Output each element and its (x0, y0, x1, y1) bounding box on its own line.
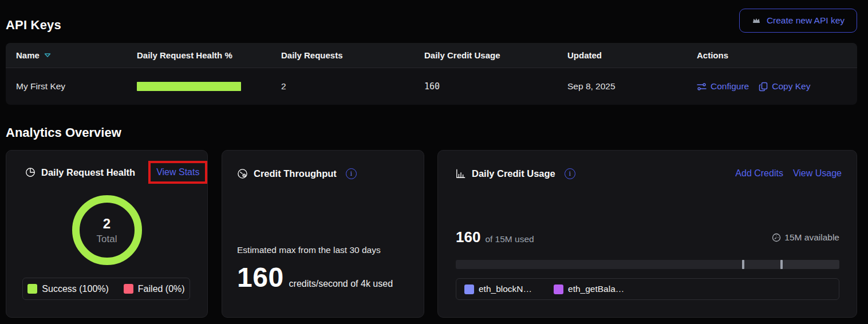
column-header-name-label: Name (16, 50, 40, 60)
pie-chart-icon (25, 167, 35, 177)
credit-throughput-header: Credit Throughput i (237, 167, 412, 180)
daily-request-health-title: Daily Request Health (41, 167, 135, 178)
daily-credit-usage-cell: 160 (424, 81, 567, 92)
throughput-value-suffix: credits/second of 4k used (289, 279, 393, 289)
key-name-cell: My First Key (16, 81, 137, 92)
eth-getbalance-swatch (554, 285, 563, 294)
legend-item-failed: Failed (0%) (124, 284, 185, 294)
failed-swatch (124, 284, 133, 294)
page-title: API Keys (6, 18, 61, 33)
throughput-value: 160 (237, 264, 284, 291)
configure-button[interactable]: Configure (697, 81, 749, 92)
health-bar-cell (137, 82, 281, 91)
throughput-subtitle: Estimated max from the last 30 days (237, 245, 381, 255)
view-usage-link[interactable]: View Usage (793, 168, 842, 179)
daily-credit-usage-title: Daily Credit Usage (472, 168, 555, 179)
credits-available: 15M available (772, 232, 839, 243)
donut-total-value: 2 (103, 216, 111, 232)
eth-blocknumber-label: eth_blockN… (479, 284, 532, 294)
legend-item-success: Success (100%) (27, 284, 109, 294)
donut-total-label: Total (97, 234, 117, 245)
progress-segment-end (780, 260, 839, 269)
progress-segment-mid (742, 260, 780, 269)
progress-marker-2 (780, 260, 783, 269)
column-header-actions: Actions (697, 50, 857, 60)
legend-item-eth-getbalance: eth_getBala… (554, 284, 624, 294)
legend-item-eth-blocknumber: eth_blockN… (464, 284, 532, 294)
credit-throughput-title: Credit Throughput (254, 168, 337, 179)
success-swatch (27, 284, 37, 294)
daily-request-health-header: Daily Request Health View Stats (25, 160, 199, 185)
usage-stats-row: 160 of 15M used 15M available (456, 228, 839, 246)
success-label: Success (100%) (42, 284, 109, 294)
column-header-name[interactable]: Name (16, 50, 137, 60)
failed-label: Failed (0%) (138, 284, 185, 294)
request-health-legend: Success (100%) Failed (0%) (22, 278, 190, 300)
credits-available-label: 15M available (784, 232, 839, 243)
eth-getbalance-label: eth_getBala… (568, 284, 624, 294)
copy-icon (759, 82, 768, 92)
throughput-value-row: 160 credits/second of 4k used (237, 264, 393, 291)
progress-marker-1 (742, 260, 744, 269)
health-bar (137, 82, 241, 91)
daily-requests-cell: 2 (281, 81, 424, 92)
table-header-row: Name Daily Request Health % Daily Reques… (6, 43, 857, 68)
sort-chevron-icon[interactable] (44, 53, 51, 58)
api-keys-table: Name Daily Request Health % Daily Reques… (6, 43, 857, 105)
daily-request-health-card: Daily Request Health View Stats 2 Total … (6, 150, 208, 318)
credit-usage-progress-bar (456, 260, 839, 269)
request-health-donut-chart: 2 Total (72, 195, 142, 265)
credit-throughput-card: Credit Throughput i Estimated max from t… (222, 150, 424, 318)
copy-key-label: Copy Key (772, 81, 810, 92)
copy-key-button[interactable]: Copy Key (759, 81, 810, 92)
credits-used-value: 160 (456, 228, 480, 246)
create-api-key-button[interactable]: Create new API key (739, 9, 857, 33)
eth-blocknumber-swatch (464, 285, 474, 294)
actions-cell: Configure Copy Key (697, 81, 857, 92)
column-header-daily-credit-usage: Daily Credit Usage (424, 50, 567, 60)
annotation-highlight-box: View Stats (148, 161, 207, 184)
create-api-key-label: Create new API key (767, 15, 845, 26)
analytics-overview-title: Analytics Overview (6, 125, 121, 140)
daily-credit-usage-header: Daily Credit Usage i Add Credits View Us… (456, 167, 842, 180)
gauge-small-icon (772, 233, 781, 242)
info-icon[interactable]: i (565, 168, 575, 179)
view-stats-link[interactable]: View Stats (156, 167, 199, 177)
bar-chart-icon (456, 168, 466, 179)
updated-cell: Sep 8, 2025 (567, 81, 697, 92)
daily-credit-usage-card: Daily Credit Usage i Add Credits View Us… (437, 150, 857, 318)
column-header-health: Daily Request Health % (137, 50, 281, 60)
usage-links: Add Credits View Usage (735, 168, 842, 179)
add-credits-link[interactable]: Add Credits (735, 168, 783, 179)
configure-label: Configure (711, 81, 749, 92)
crown-icon (752, 16, 761, 25)
gauge-icon (237, 168, 248, 179)
column-header-updated: Updated (567, 50, 697, 60)
sliders-icon (697, 82, 707, 91)
credit-usage-legend: eth_blockN… eth_getBala… (456, 278, 839, 300)
credits-used-suffix: of 15M used (485, 234, 534, 244)
table-row: My First Key 2 160 Sep 8, 2025 Configure (6, 68, 857, 105)
info-icon[interactable]: i (346, 168, 357, 179)
column-header-daily-requests: Daily Requests (281, 50, 424, 60)
